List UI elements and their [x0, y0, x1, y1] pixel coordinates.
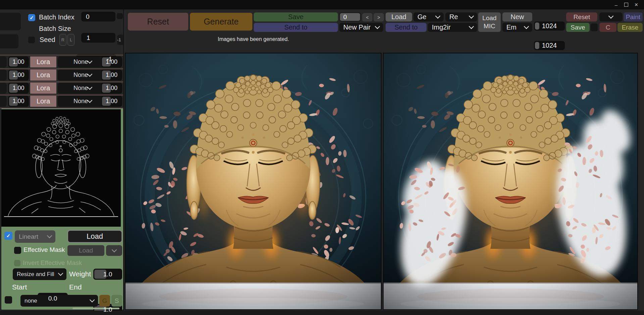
end-label: End	[69, 282, 82, 292]
lora-weight-right-input[interactable]: 1.00	[101, 96, 122, 107]
canvas-reset-button[interactable]: Reset	[566, 12, 597, 21]
new-button[interactable]: New	[502, 12, 532, 21]
lora-weight-right-input[interactable]: 1.00	[101, 83, 122, 94]
chevron-down-icon	[524, 24, 529, 29]
gen-dropdown[interactable]: Ge	[413, 12, 444, 21]
erase-button[interactable]: Erase	[617, 23, 643, 32]
seed-checkbox[interactable]	[28, 37, 35, 43]
height-input[interactable]: 1024	[534, 41, 565, 50]
brush-dropdown[interactable]	[599, 12, 623, 21]
preprocessor-checkbox[interactable]	[5, 296, 12, 304]
lora-clipped-control[interactable]	[0, 83, 7, 94]
chevron-down-icon	[58, 271, 63, 276]
batch-index-checkbox[interactable]: ✓	[28, 14, 35, 21]
lora-model-dropdown[interactable]: None	[58, 56, 107, 68]
load-mic-button[interactable]: LoadMIC	[478, 12, 501, 32]
mask-load-button[interactable]: Load	[67, 245, 104, 256]
next-pair-button[interactable]: >	[374, 13, 384, 21]
chevron-down-icon	[111, 247, 117, 252]
seed-last-button[interactable]: L	[67, 34, 75, 46]
horizontal-scrollbar-thumb[interactable]	[72, 308, 119, 309]
mask-source-dropdown[interactable]	[106, 245, 122, 256]
weight-input[interactable]: 1.0	[93, 269, 122, 280]
batch-index-label: Batch Index	[39, 13, 75, 21]
controlnet-load-button[interactable]: Load	[67, 230, 122, 243]
resize-mode-dropdown[interactable]: Resize and Fill	[13, 268, 66, 280]
lora-row: 1.00 Lora None 1.00	[0, 55, 123, 69]
lora-row: 1.00 Lora None 1.00	[0, 69, 123, 82]
start-label: Start	[12, 282, 27, 292]
lora-weight-left-input[interactable]: 1.00	[8, 56, 29, 68]
generated-image-right[interactable]	[383, 53, 638, 310]
minimize-icon: –	[615, 2, 617, 8]
paint-button[interactable]: Paint	[624, 12, 643, 21]
batch-size-input[interactable]: 1	[81, 33, 115, 43]
lora-weight-left-input[interactable]: 1.00	[8, 96, 29, 107]
maximize-icon	[624, 3, 628, 7]
controlnet-enable-checkbox[interactable]: ✓	[4, 232, 12, 240]
reset-button[interactable]: Reset	[128, 13, 188, 31]
close-icon: ×	[635, 1, 638, 8]
bottom-strip	[0, 311, 644, 315]
lora-clipped-control[interactable]	[0, 70, 7, 81]
left-panel: ✓ Batch Index 0 Batch Size 1 Seed R L -1…	[0, 9, 124, 315]
send-to-button-2[interactable]: Send to	[386, 23, 427, 32]
canvas-save-checkbox[interactable]	[591, 24, 598, 31]
new-pair-dropdown[interactable]: New Pair	[339, 23, 383, 32]
batch-index-side-checkbox[interactable]	[117, 13, 123, 19]
lora-label: Lora	[30, 96, 56, 107]
chevron-down-icon	[87, 72, 93, 77]
preprocessor-generate-button[interactable]: G	[99, 295, 110, 307]
controlnet-type-dropdown[interactable]: Lineart	[15, 230, 55, 243]
invert-mask-label: Invert Effective Mask	[23, 259, 82, 267]
load-pair-button[interactable]: Load	[386, 12, 412, 21]
lora-weight-right-input[interactable]: 1.00	[101, 70, 122, 81]
preprocessor-dropdown[interactable]: none	[20, 295, 98, 307]
lora-label: Lora	[30, 56, 56, 68]
preprocessor-save-button[interactable]: S	[111, 295, 122, 307]
weight-label: Weight	[69, 269, 91, 279]
invert-mask-checkbox[interactable]	[14, 260, 20, 266]
lora-clipped-control[interactable]	[0, 96, 7, 107]
check-icon: ✓	[30, 15, 34, 21]
lora-row: 1.00 Lora None 1.00	[0, 82, 123, 95]
effective-mask-checkbox[interactable]	[14, 247, 21, 254]
clipped-button-1[interactable]	[0, 13, 21, 30]
lora-clipped-control[interactable]	[0, 56, 7, 68]
lora-weight-left-input[interactable]: 1.00	[8, 83, 29, 94]
width-input[interactable]: 1024	[534, 21, 565, 31]
lora-label: Lora	[30, 83, 56, 94]
app-window: – × ✓ Batch Index 0 Batch Size 1 Seed R …	[0, 0, 644, 315]
chevron-down-icon	[608, 13, 614, 19]
lora-model-dropdown[interactable]: None	[58, 70, 107, 81]
chevron-down-icon	[47, 233, 52, 238]
seed-random-button[interactable]: R	[59, 34, 66, 46]
clipped-button-2[interactable]	[0, 34, 18, 48]
res-dropdown[interactable]: Re	[445, 12, 477, 21]
chevron-down-icon	[469, 13, 474, 19]
send-to-button[interactable]: Send to	[254, 23, 338, 32]
lora-model-dropdown[interactable]: None	[58, 83, 107, 94]
lora-weight-left-input[interactable]: 1.00	[8, 70, 29, 81]
generated-image-left[interactable]	[125, 53, 382, 310]
chevron-down-icon	[87, 98, 93, 103]
empty-dropdown[interactable]: Em	[502, 23, 532, 32]
seed-overflow-input[interactable]: -1	[117, 35, 123, 45]
chevron-down-icon	[435, 13, 441, 19]
lora-model-dropdown[interactable]: None	[58, 96, 107, 107]
maximize-button[interactable]	[621, 0, 631, 9]
lora-row: 1.00 Lora None 1.00	[0, 95, 123, 108]
lineart-preview-canvas[interactable]	[1, 109, 121, 227]
minimize-button[interactable]: –	[611, 0, 621, 9]
effective-mask-label: Effective Mask	[23, 246, 65, 254]
canvas-save-button[interactable]: Save	[566, 23, 590, 32]
save-button[interactable]: Save	[254, 12, 338, 21]
img2img-dropdown[interactable]: Img2ir	[428, 23, 477, 32]
prev-pair-button[interactable]: <	[362, 13, 373, 21]
clear-button[interactable]: C	[599, 23, 616, 32]
chevron-down-icon	[87, 58, 93, 64]
batch-index-input[interactable]: 0	[81, 12, 115, 21]
close-button[interactable]: ×	[631, 0, 641, 9]
generate-button[interactable]: Generate	[190, 13, 252, 31]
pair-index-input[interactable]: 0	[339, 12, 361, 21]
